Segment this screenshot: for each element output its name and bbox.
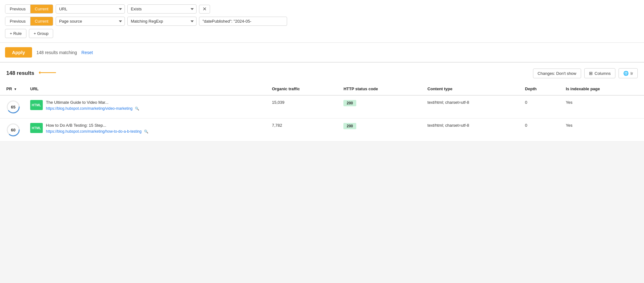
add-group-btn[interactable]: + Group bbox=[29, 29, 53, 38]
add-rule-btn[interactable]: + Rule bbox=[5, 29, 26, 38]
globe-label: Ir bbox=[630, 71, 633, 76]
results-header: 148 results Changes: Don't show ⊞ Column… bbox=[0, 63, 644, 83]
col-organic-traffic: Organic traffic bbox=[267, 83, 339, 95]
filter-row2-toggle-group: Previous Current bbox=[5, 17, 53, 26]
url-cell-1: HTML The Ultimate Guide to Video Mar... … bbox=[25, 95, 267, 119]
add-buttons-row: + Rule + Group bbox=[5, 29, 639, 38]
filter-row1-current-btn[interactable]: Current bbox=[31, 5, 53, 13]
apply-section: Apply 148 results matching Reset bbox=[0, 43, 644, 63]
filter-row-1: Previous Current URL Page source Title M… bbox=[5, 4, 639, 14]
organic-traffic-1: 15,039 bbox=[267, 95, 339, 119]
pr-value-1: 65 bbox=[11, 105, 15, 109]
search-icon-2[interactable]: 🔍 bbox=[144, 130, 148, 134]
pr-cell-2: 60 bbox=[0, 119, 25, 142]
filter-row2-current-btn[interactable]: Current bbox=[31, 17, 53, 25]
filter-row2-condition-select[interactable]: Exists Does not exist Contains Matching … bbox=[127, 17, 197, 26]
table-row: 60 HTML How to Do A/B Testing: 15 Step..… bbox=[0, 119, 644, 142]
pr-value-2: 60 bbox=[11, 128, 15, 132]
organic-traffic-2: 7,782 bbox=[267, 119, 339, 142]
columns-icon: ⊞ bbox=[589, 71, 593, 76]
url-cell-2: HTML How to Do A/B Testing: 15 Step... h… bbox=[25, 119, 267, 142]
apply-btn[interactable]: Apply bbox=[5, 47, 32, 58]
results-count-label: 148 results bbox=[6, 70, 34, 76]
status-badge-1: 200 bbox=[343, 100, 356, 106]
results-matching-text: 148 results matching bbox=[36, 50, 77, 55]
results-count: 148 results bbox=[6, 70, 58, 77]
results-table-wrapper: PR ▼ URL Organic traffic HTTP status cod… bbox=[0, 83, 644, 142]
col-indexable: Is indexable page bbox=[561, 83, 644, 95]
filter-row1-field-select[interactable]: URL Page source Title Meta description H… bbox=[56, 4, 125, 14]
url-link-2[interactable]: https://blog.hubspot.com/marketing/how-t… bbox=[46, 129, 142, 134]
filter-row1-previous-btn[interactable]: Previous bbox=[5, 5, 31, 13]
header-controls: Changes: Don't show ⊞ Columns 🌐 Ir bbox=[533, 68, 638, 78]
globe-btn[interactable]: 🌐 Ir bbox=[619, 68, 638, 78]
columns-label: Columns bbox=[595, 71, 611, 76]
filter-row-2: Previous Current URL Page source Title M… bbox=[5, 17, 639, 26]
search-icon-1[interactable]: 🔍 bbox=[135, 107, 139, 111]
svg-marker-1 bbox=[39, 71, 40, 74]
col-depth: Depth bbox=[520, 83, 561, 95]
filter-row2-previous-btn[interactable]: Previous bbox=[5, 17, 31, 25]
table-header-row: PR ▼ URL Organic traffic HTTP status cod… bbox=[0, 83, 644, 95]
col-pr[interactable]: PR ▼ bbox=[0, 83, 25, 95]
content-type-2: text/html; charset=utf-8 bbox=[422, 119, 520, 142]
filter-section: Previous Current URL Page source Title M… bbox=[0, 0, 644, 43]
content-type-1: text/html; charset=utf-8 bbox=[422, 95, 520, 119]
status-badge-2: 200 bbox=[343, 123, 356, 129]
filter-row1-remove-btn[interactable]: ✕ bbox=[199, 5, 210, 14]
depth-1: 0 bbox=[520, 95, 561, 119]
col-url: URL bbox=[25, 83, 267, 95]
url-title-1: The Ultimate Guide to Video Mar... bbox=[46, 100, 140, 105]
html-badge-1: HTML bbox=[30, 100, 43, 110]
reset-btn[interactable]: Reset bbox=[81, 50, 93, 55]
status-code-1: 200 bbox=[338, 95, 422, 119]
globe-icon: 🌐 bbox=[623, 71, 629, 76]
filter-row1-condition-select[interactable]: Exists Does not exist Contains Matching … bbox=[127, 4, 197, 14]
columns-btn[interactable]: ⊞ Columns bbox=[584, 68, 615, 78]
filter-row2-field-select[interactable]: URL Page source Title Meta description H… bbox=[56, 17, 125, 26]
pr-cell-1: 65 bbox=[0, 95, 25, 119]
results-table: PR ▼ URL Organic traffic HTTP status cod… bbox=[0, 83, 644, 142]
status-code-2: 200 bbox=[338, 119, 422, 142]
indexable-1: Yes bbox=[561, 95, 644, 119]
col-http-status: HTTP status code bbox=[338, 83, 422, 95]
html-badge-2: HTML bbox=[30, 123, 43, 133]
col-content-type: Content type bbox=[422, 83, 520, 95]
indexable-2: Yes bbox=[561, 119, 644, 142]
filter-row2-value-input[interactable] bbox=[199, 17, 287, 26]
filter-row1-toggle-group: Previous Current bbox=[5, 4, 53, 14]
table-row: 65 HTML The Ultimate Guide to Video Mar.… bbox=[0, 95, 644, 119]
changes-btn[interactable]: Changes: Don't show bbox=[533, 69, 581, 78]
url-link-1[interactable]: https://blog.hubspot.com/marketing/video… bbox=[46, 106, 132, 111]
results-arrow bbox=[39, 70, 58, 77]
url-title-2: How to Do A/B Testing: 15 Step... bbox=[46, 123, 148, 128]
depth-2: 0 bbox=[520, 119, 561, 142]
